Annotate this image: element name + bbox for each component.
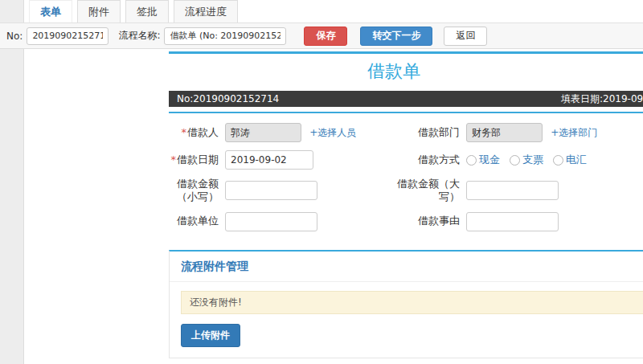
department-input[interactable]: [466, 123, 543, 142]
borrower-label: *借款人: [169, 126, 225, 139]
borrow-reason-label: 借款事由: [394, 215, 466, 227]
borrow-reason-input[interactable]: [466, 212, 559, 231]
form-area: *借款人 +选择人员 借款部门 +选择部门 *借款日期 借款方: [169, 112, 643, 243]
borrow-reason-cell: [466, 212, 643, 231]
radio-cheque[interactable]: 支票: [510, 153, 543, 167]
borrow-method-cell: 现金 支票 电汇: [466, 153, 643, 167]
amount-lower-label: 借款金额（小写）: [169, 178, 225, 204]
form-number: No:20190902152714: [177, 93, 279, 104]
borrow-date-cell: [225, 150, 394, 170]
process-name-input[interactable]: [164, 27, 286, 45]
upload-attachment-button[interactable]: 上传附件: [181, 324, 240, 347]
required-asterisk: *: [171, 153, 177, 166]
form-date: 填表日期:2019-09-02 15:27:1: [561, 91, 643, 107]
borrow-unit-cell: [225, 212, 394, 231]
radio-circle-icon: [553, 155, 563, 166]
page-title: 借款单: [169, 54, 619, 91]
attachments-title: 流程附件管理: [170, 252, 643, 282]
radio-wire-transfer[interactable]: 电汇: [553, 153, 587, 167]
amount-upper-label: 借款金额（大写）: [394, 178, 466, 204]
tab-form[interactable]: 表单: [29, 0, 72, 22]
amount-lower-cell: [225, 181, 394, 200]
tab-progress[interactable]: 流程进度: [174, 0, 238, 22]
tab-attachments[interactable]: 附件: [77, 0, 121, 22]
left-sidebar-strip: [0, 0, 24, 364]
borrow-unit-label: 借款单位: [169, 215, 225, 227]
radio-circle-icon: [466, 155, 477, 166]
required-asterisk: *: [182, 126, 187, 138]
select-person-link[interactable]: +选择人员: [309, 127, 356, 138]
borrower-cell: +选择人员: [225, 123, 394, 142]
borrow-method-label: 借款方式: [394, 153, 466, 166]
department-label: 借款部门: [394, 126, 466, 139]
radio-cash[interactable]: 现金: [466, 153, 500, 167]
borrow-date-input[interactable]: [225, 150, 313, 170]
no-attachments-notice: 还没有附件!: [181, 291, 643, 314]
next-step-button[interactable]: 转交下一步: [360, 27, 432, 46]
tab-bar: 表单 附件 签批 流程进度: [24, 0, 643, 22]
borrow-date-label: *借款日期: [169, 153, 225, 166]
no-label: No:: [6, 31, 23, 42]
tab-approval[interactable]: 签批: [125, 0, 169, 22]
amount-lower-input[interactable]: [225, 181, 317, 200]
attachments-panel: 流程附件管理 还没有附件! 上传附件: [169, 250, 643, 358]
process-name-label: 流程名称:: [118, 29, 160, 43]
amount-upper-input[interactable]: [466, 181, 559, 200]
select-department-link[interactable]: +选择部门: [551, 127, 597, 138]
save-button[interactable]: 保存: [304, 27, 347, 46]
borrow-unit-input[interactable]: [225, 212, 317, 231]
department-cell: +选择部门: [466, 123, 643, 142]
toolbar: No: 流程名称: 保存 转交下一步 返回: [0, 22, 643, 49]
loan-form-panel: 借款单 No:20190902152714 填表日期:2019-09-02 15…: [169, 51, 643, 243]
borrower-input[interactable]: [225, 123, 301, 142]
no-input[interactable]: [27, 27, 109, 45]
radio-circle-icon: [510, 155, 520, 166]
amount-upper-cell: [466, 181, 643, 200]
form-meta-bar: No:20190902152714 填表日期:2019-09-02 15:27:…: [169, 91, 643, 107]
back-button[interactable]: 返回: [444, 27, 487, 46]
main-content: 借款单 No:20190902152714 填表日期:2019-09-02 15…: [169, 51, 643, 364]
